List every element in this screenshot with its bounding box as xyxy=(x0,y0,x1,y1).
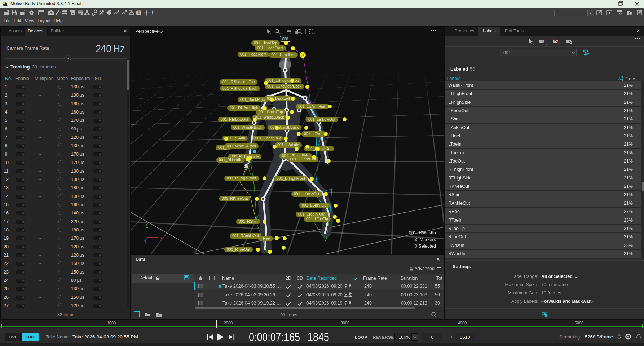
svg-text:1: 1 xyxy=(138,11,140,15)
svg-text:A: A xyxy=(618,77,621,80)
svg-text:X: X xyxy=(160,236,162,240)
svg-text:1: 1 xyxy=(118,13,120,16)
svg-text:Z: Z xyxy=(145,240,147,243)
svg-text:2: 2 xyxy=(126,13,128,16)
svg-text:Y: Y xyxy=(146,223,148,226)
